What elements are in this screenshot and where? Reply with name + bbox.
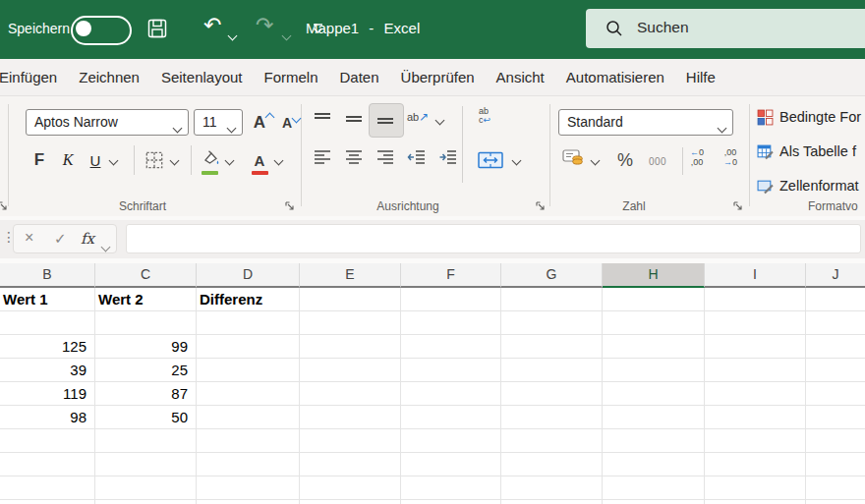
cell-C4[interactable]: 25	[95, 359, 197, 381]
tab-daten[interactable]: Daten	[329, 69, 390, 85]
grid-line	[400, 288, 401, 504]
title-bar: Speichern ↶ ↷ Mappe1 - Excel Suchen	[0, 0, 865, 59]
search-box[interactable]: Suchen	[586, 9, 865, 48]
align-right-button[interactable]	[375, 147, 395, 167]
column-header-H[interactable]: H	[603, 263, 705, 288]
format-as-table-icon	[757, 143, 774, 160]
tab-ansicht[interactable]: Ansicht	[486, 69, 555, 85]
cell-C3[interactable]: 99	[95, 335, 197, 358]
wrap-text-button[interactable]: ab c↩	[479, 107, 490, 125]
number-dialog-launcher-icon[interactable]	[732, 200, 743, 211]
search-placeholder: Suchen	[637, 19, 689, 36]
toggle-knob	[76, 21, 91, 36]
tab-hilfe[interactable]: Hilfe	[675, 69, 726, 85]
align-left-button[interactable]	[313, 147, 332, 167]
cell-C6[interactable]: 50	[95, 406, 197, 428]
grid-line	[704, 288, 705, 504]
orientation-dropdown-icon[interactable]	[436, 117, 443, 124]
group-separator	[8, 104, 9, 206]
font-color-button[interactable]: A	[248, 145, 271, 175]
enter-icon[interactable]: ✓	[54, 230, 67, 248]
font-size-value: 11	[202, 114, 217, 130]
font-name-combo[interactable]: Aptos Narrow	[26, 109, 189, 136]
decrease-decimal-button[interactable]: ,00 →0	[723, 147, 737, 167]
insert-function-icon[interactable]: fx	[81, 230, 94, 248]
cell-C5[interactable]: 87	[95, 382, 197, 405]
column-header-D[interactable]: D	[197, 263, 300, 288]
cell-C1[interactable]: Wert 2	[95, 288, 197, 310]
underline-dropdown-icon[interactable]	[110, 157, 117, 164]
conditional-formatting-button[interactable]: Bedingte For	[757, 103, 861, 131]
percent-style-button[interactable]: %	[613, 147, 637, 173]
column-header-G[interactable]: G	[501, 263, 603, 288]
align-top-button[interactable]	[313, 109, 332, 129]
excel-window: Speichern ↶ ↷ Mappe1 - Excel Suchen Einf…	[0, 0, 865, 504]
cell-B5[interactable]: 119	[0, 382, 95, 405]
conditional-formatting-icon	[757, 109, 774, 126]
comma-style-button[interactable]: 000	[643, 153, 672, 169]
undo-icon[interactable]: ↶	[203, 15, 221, 36]
font-size-combo[interactable]: 11	[194, 109, 243, 136]
orientation-button[interactable]: ab↗	[407, 110, 429, 124]
save-icon[interactable]	[147, 19, 167, 38]
column-header-E[interactable]: E	[300, 263, 401, 288]
bold-button[interactable]: F	[28, 145, 51, 175]
tab-überprüfen[interactable]: Überprüfen	[390, 69, 486, 85]
accounting-format-button[interactable]	[562, 148, 584, 166]
cell-D1[interactable]: Differenz	[197, 288, 300, 310]
chevron-down-icon	[719, 119, 725, 135]
shrink-font-button[interactable]: A	[279, 110, 303, 136]
fill-color-button[interactable]	[199, 145, 222, 175]
column-header-I[interactable]: I	[705, 263, 806, 288]
chevron-down-icon	[174, 119, 181, 135]
cancel-icon[interactable]: ×	[25, 229, 33, 247]
format-as-table-button[interactable]: Als Tabelle f	[757, 138, 856, 165]
font-dialog-launcher-icon[interactable]	[284, 200, 295, 211]
increase-indent-button[interactable]	[438, 147, 458, 167]
chevron-down-icon	[228, 119, 235, 135]
merge-dropdown-icon[interactable]	[513, 157, 520, 164]
column-header-F[interactable]: F	[401, 263, 501, 288]
tab-einfügen[interactable]: Einfügen	[0, 69, 68, 85]
formula-input[interactable]	[126, 224, 861, 253]
cell-B3[interactable]: 125	[0, 335, 95, 358]
mini-separator	[191, 145, 192, 175]
align-center-button[interactable]	[344, 147, 364, 167]
number-format-combo[interactable]: Standard	[558, 109, 733, 136]
mini-separator	[462, 106, 463, 183]
cell-B1[interactable]: Wert 1	[0, 288, 95, 310]
cell-B6[interactable]: 98	[0, 406, 95, 428]
tab-automatisieren[interactable]: Automatisieren	[555, 69, 675, 85]
column-header-B[interactable]: B	[0, 263, 95, 288]
underline-button[interactable]: U	[85, 145, 106, 175]
italic-button[interactable]: K	[57, 145, 79, 175]
borders-dropdown-icon[interactable]	[171, 157, 178, 164]
sheet-grid[interactable]: Wert 1Wert 2Differenz125993925119879850	[0, 288, 865, 504]
tab-seitenlayout[interactable]: Seitenlayout	[150, 69, 254, 85]
window-title: Mappe1 - Excel	[306, 20, 420, 36]
tab-zeichnen[interactable]: Zeichnen	[68, 69, 150, 85]
redo-icon[interactable]: ↷	[256, 15, 273, 36]
grow-font-button[interactable]: A	[251, 110, 276, 136]
align-bottom-button[interactable]	[375, 109, 395, 129]
accounting-dropdown-icon[interactable]	[592, 157, 599, 164]
undo-dropdown-icon[interactable]	[229, 26, 236, 43]
alignment-dialog-launcher-icon[interactable]	[535, 200, 546, 211]
tab-formeln[interactable]: Formeln	[254, 69, 329, 85]
redo-dropdown-icon[interactable]	[283, 26, 290, 43]
autosave-toggle[interactable]	[71, 16, 132, 45]
cell-styles-button[interactable]: Zellenformat	[757, 172, 859, 199]
merge-center-button[interactable]	[478, 149, 503, 171]
column-header-C[interactable]: C	[95, 263, 197, 288]
cell-B4[interactable]: 39	[0, 359, 95, 381]
borders-icon[interactable]	[144, 149, 165, 171]
group-separator	[549, 104, 550, 206]
align-middle-button[interactable]	[344, 109, 364, 129]
font-color-dropdown-icon[interactable]	[275, 157, 282, 164]
fill-color-dropdown-icon[interactable]	[226, 157, 233, 164]
increase-decimal-button[interactable]: ←0 ,00	[690, 147, 704, 167]
column-header-J[interactable]: J	[806, 263, 865, 288]
decrease-indent-button[interactable]	[407, 147, 427, 167]
fx-dropdown-icon[interactable]	[102, 237, 109, 254]
clipboard-dialog-launcher-icon[interactable]	[0, 200, 8, 211]
